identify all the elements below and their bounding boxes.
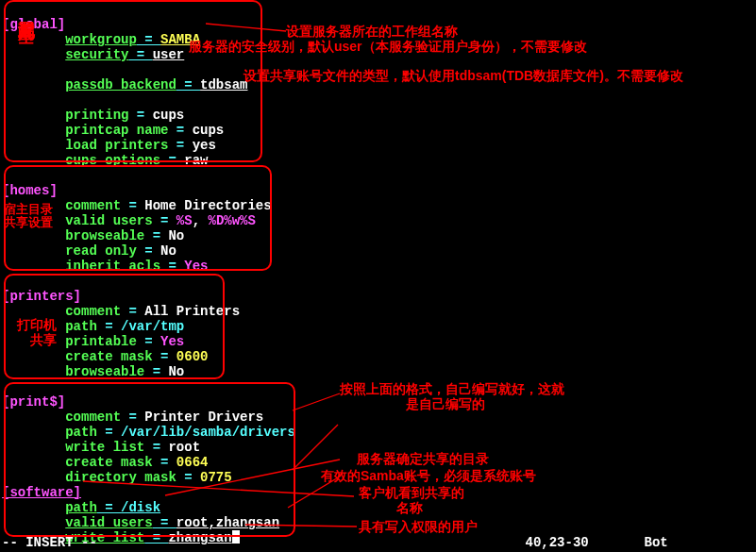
val-cups-options: raw (184, 153, 208, 168)
status-bar: -- INSERT -- 40,23-30 Bot (2, 535, 754, 550)
anno-printd1: 按照上面的格式，自己编写就好，这就 (340, 381, 564, 396)
key-printcap: printcap name (65, 123, 168, 138)
key-homes-inherit: inherit acls (65, 259, 160, 274)
anno-printers-label1: 打印机 (17, 317, 57, 332)
section-printers: [printers] (2, 289, 81, 304)
anno-passdb: 设置共享账号文件的类型，默认使用tdbsam(TDB数据库文件)。不需要修改 (244, 68, 683, 83)
val-homes-comment: Home Directories (144, 198, 271, 213)
val-passdb: tdbsam (200, 77, 247, 92)
status-mode: -- INSERT -- (2, 535, 97, 550)
terminal-screen[interactable]: [global] workgroup = SAMBA security = us… (0, 0, 756, 552)
anno-wlist: 具有写入权限的用户 (359, 519, 478, 534)
status-scroll: Bot (645, 535, 668, 550)
status-pos: 40,23-30 (526, 535, 589, 550)
key-homes-readonly: read only (65, 243, 137, 259)
val-printing: cups (153, 108, 185, 123)
section-global: [global] (2, 17, 65, 32)
key-homes-valid: valid users (65, 213, 152, 228)
val-printcap: cups (193, 123, 225, 138)
anno-valid: 有效的Samba账号，必须是系统账号 (321, 468, 536, 483)
anno-soft1: 客户机看到共享的 (359, 485, 464, 500)
key-homes-browse: browseable (65, 228, 144, 243)
anno-security: 服务器的安全级别，默认user（本服务验证用户身份），不需要修改 (189, 39, 587, 54)
anno-printers-label2: 共享 (30, 332, 57, 347)
val-security: user (153, 47, 185, 62)
key-cups-options: cups options (65, 153, 160, 168)
key-homes-comment: comment (65, 198, 121, 213)
section-homes: [homes] (2, 183, 58, 198)
svg-line-1 (293, 393, 340, 410)
file-content[interactable]: [global] workgroup = SAMBA security = us… (2, 2, 295, 545)
anno-soft2: 名称 (396, 500, 423, 515)
svg-line-4 (293, 425, 338, 470)
key-load-printers: load printers (65, 138, 168, 153)
anno-homes-label2: 共享设置 (4, 215, 53, 230)
anno-printd2: 是自己编写的 (406, 396, 485, 411)
key-passdb: passdb backend (65, 77, 176, 92)
section-software: [software] (2, 485, 81, 500)
anno-path: 服务器确定共享的目录 (357, 451, 489, 466)
key-security: security (65, 47, 128, 62)
val-load-printers: yes (193, 138, 216, 153)
anno-workgroup: 设置服务器所在的工作组名称 (286, 24, 458, 39)
key-workgroup: workgroup (65, 32, 137, 47)
key-printing: printing (65, 108, 128, 123)
section-printd: [print$] (2, 394, 65, 410)
